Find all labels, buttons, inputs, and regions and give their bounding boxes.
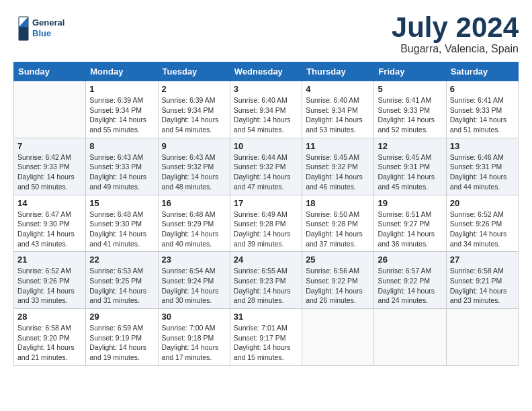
table-row: 8Sunrise: 6:43 AM Sunset: 9:33 PM Daylig… [86, 138, 158, 195]
calendar-week-row: 1Sunrise: 6:39 AM Sunset: 9:34 PM Daylig… [14, 81, 519, 138]
col-thursday: Thursday [302, 62, 374, 81]
day-number: 17 [234, 198, 298, 208]
col-monday: Monday [86, 62, 158, 81]
page-header: General Blue July 2024 Bugarra, Valencia… [13, 13, 519, 55]
day-info: Sunrise: 6:48 AM Sunset: 9:29 PM Dayligh… [162, 210, 226, 249]
day-number: 4 [306, 84, 370, 94]
table-row: 27Sunrise: 6:58 AM Sunset: 9:21 PM Dayli… [446, 252, 518, 309]
table-row: 1Sunrise: 6:39 AM Sunset: 9:34 PM Daylig… [86, 81, 158, 138]
svg-marker-3 [19, 17, 28, 27]
svg-text:Blue: Blue [32, 28, 51, 38]
page-subtitle: Bugarra, Valencia, Spain [392, 43, 519, 55]
day-number: 15 [89, 198, 154, 208]
table-row: 15Sunrise: 6:48 AM Sunset: 9:30 PM Dayli… [86, 195, 158, 252]
table-row: 2Sunrise: 6:39 AM Sunset: 9:34 PM Daylig… [158, 81, 230, 138]
calendar-table: Sunday Monday Tuesday Wednesday Thursday… [13, 62, 519, 366]
day-number: 27 [450, 255, 515, 265]
table-row [14, 81, 86, 138]
day-info: Sunrise: 6:40 AM Sunset: 9:34 PM Dayligh… [234, 95, 298, 135]
day-number: 2 [162, 84, 226, 94]
day-info: Sunrise: 6:43 AM Sunset: 9:32 PM Dayligh… [162, 152, 226, 192]
table-row: 4Sunrise: 6:40 AM Sunset: 9:34 PM Daylig… [302, 81, 374, 138]
day-number: 5 [378, 84, 442, 94]
col-tuesday: Tuesday [158, 62, 230, 81]
day-number: 22 [89, 255, 154, 265]
day-info: Sunrise: 6:45 AM Sunset: 9:31 PM Dayligh… [378, 152, 442, 192]
table-row: 31Sunrise: 7:01 AM Sunset: 9:17 PM Dayli… [230, 309, 302, 366]
table-row: 17Sunrise: 6:49 AM Sunset: 9:28 PM Dayli… [230, 195, 302, 252]
day-info: Sunrise: 6:57 AM Sunset: 9:22 PM Dayligh… [378, 266, 442, 306]
day-number: 7 [17, 141, 82, 151]
svg-text:General: General [32, 17, 64, 28]
table-row: 29Sunrise: 6:59 AM Sunset: 9:19 PM Dayli… [86, 309, 158, 366]
day-info: Sunrise: 6:51 AM Sunset: 9:27 PM Dayligh… [378, 210, 442, 249]
page-title: July 2024 [392, 13, 519, 42]
day-number: 14 [17, 198, 82, 208]
day-info: Sunrise: 6:41 AM Sunset: 9:33 PM Dayligh… [450, 95, 515, 135]
table-row: 21Sunrise: 6:52 AM Sunset: 9:26 PM Dayli… [14, 252, 86, 309]
col-friday: Friday [374, 62, 446, 81]
svg-marker-4 [19, 27, 28, 40]
day-number: 8 [89, 141, 154, 151]
day-number: 1 [89, 84, 154, 94]
table-row: 3Sunrise: 6:40 AM Sunset: 9:34 PM Daylig… [230, 81, 302, 138]
day-number: 26 [378, 255, 442, 265]
logo: General Blue [13, 13, 81, 44]
table-row: 10Sunrise: 6:44 AM Sunset: 9:32 PM Dayli… [230, 138, 302, 195]
table-row: 6Sunrise: 6:41 AM Sunset: 9:33 PM Daylig… [446, 81, 518, 138]
calendar-week-row: 28Sunrise: 6:58 AM Sunset: 9:20 PM Dayli… [14, 309, 519, 366]
table-row: 5Sunrise: 6:41 AM Sunset: 9:33 PM Daylig… [374, 81, 446, 138]
day-info: Sunrise: 6:56 AM Sunset: 9:22 PM Dayligh… [306, 266, 370, 306]
table-row: 7Sunrise: 6:42 AM Sunset: 9:33 PM Daylig… [14, 138, 86, 195]
day-number: 12 [378, 141, 442, 151]
title-block: July 2024 Bugarra, Valencia, Spain [392, 13, 519, 55]
day-number: 20 [450, 198, 515, 208]
table-row: 9Sunrise: 6:43 AM Sunset: 9:32 PM Daylig… [158, 138, 230, 195]
table-row: 12Sunrise: 6:45 AM Sunset: 9:31 PM Dayli… [374, 138, 446, 195]
day-info: Sunrise: 6:58 AM Sunset: 9:21 PM Dayligh… [450, 266, 515, 306]
day-info: Sunrise: 6:50 AM Sunset: 9:28 PM Dayligh… [306, 210, 370, 249]
table-row [374, 309, 446, 366]
table-row: 18Sunrise: 6:50 AM Sunset: 9:28 PM Dayli… [302, 195, 374, 252]
day-info: Sunrise: 6:53 AM Sunset: 9:25 PM Dayligh… [89, 266, 154, 306]
day-number: 30 [162, 312, 226, 322]
day-info: Sunrise: 7:00 AM Sunset: 9:18 PM Dayligh… [162, 323, 226, 363]
calendar-week-row: 7Sunrise: 6:42 AM Sunset: 9:33 PM Daylig… [14, 138, 519, 195]
col-saturday: Saturday [446, 62, 518, 81]
day-number: 9 [162, 141, 226, 151]
day-number: 25 [306, 255, 370, 265]
day-info: Sunrise: 6:55 AM Sunset: 9:23 PM Dayligh… [234, 266, 298, 306]
day-number: 3 [234, 84, 298, 94]
day-info: Sunrise: 6:49 AM Sunset: 9:28 PM Dayligh… [234, 210, 298, 249]
table-row [302, 309, 374, 366]
table-row [446, 309, 518, 366]
table-row: 28Sunrise: 6:58 AM Sunset: 9:20 PM Dayli… [14, 309, 86, 366]
day-number: 31 [234, 312, 298, 322]
day-number: 21 [17, 255, 82, 265]
col-sunday: Sunday [14, 62, 86, 81]
day-number: 6 [450, 84, 515, 94]
table-row: 19Sunrise: 6:51 AM Sunset: 9:27 PM Dayli… [374, 195, 446, 252]
day-info: Sunrise: 7:01 AM Sunset: 9:17 PM Dayligh… [234, 323, 298, 363]
table-row: 14Sunrise: 6:47 AM Sunset: 9:30 PM Dayli… [14, 195, 86, 252]
col-wednesday: Wednesday [230, 62, 302, 81]
table-row: 24Sunrise: 6:55 AM Sunset: 9:23 PM Dayli… [230, 252, 302, 309]
table-row: 30Sunrise: 7:00 AM Sunset: 9:18 PM Dayli… [158, 309, 230, 366]
day-info: Sunrise: 6:41 AM Sunset: 9:33 PM Dayligh… [378, 95, 442, 135]
calendar-week-row: 14Sunrise: 6:47 AM Sunset: 9:30 PM Dayli… [14, 195, 519, 252]
day-info: Sunrise: 6:52 AM Sunset: 9:26 PM Dayligh… [450, 210, 515, 249]
day-info: Sunrise: 6:39 AM Sunset: 9:34 PM Dayligh… [89, 95, 154, 135]
table-row: 20Sunrise: 6:52 AM Sunset: 9:26 PM Dayli… [446, 195, 518, 252]
day-info: Sunrise: 6:59 AM Sunset: 9:19 PM Dayligh… [89, 323, 154, 363]
day-info: Sunrise: 6:58 AM Sunset: 9:20 PM Dayligh… [17, 323, 82, 363]
day-info: Sunrise: 6:46 AM Sunset: 9:31 PM Dayligh… [450, 152, 515, 192]
day-number: 11 [306, 141, 370, 151]
day-number: 16 [162, 198, 226, 208]
table-row: 23Sunrise: 6:54 AM Sunset: 9:24 PM Dayli… [158, 252, 230, 309]
day-info: Sunrise: 6:44 AM Sunset: 9:32 PM Dayligh… [234, 152, 298, 192]
table-row: 26Sunrise: 6:57 AM Sunset: 9:22 PM Dayli… [374, 252, 446, 309]
table-row: 22Sunrise: 6:53 AM Sunset: 9:25 PM Dayli… [86, 252, 158, 309]
table-row: 16Sunrise: 6:48 AM Sunset: 9:29 PM Dayli… [158, 195, 230, 252]
day-info: Sunrise: 6:40 AM Sunset: 9:34 PM Dayligh… [306, 95, 370, 135]
logo-svg: General Blue [13, 13, 81, 44]
